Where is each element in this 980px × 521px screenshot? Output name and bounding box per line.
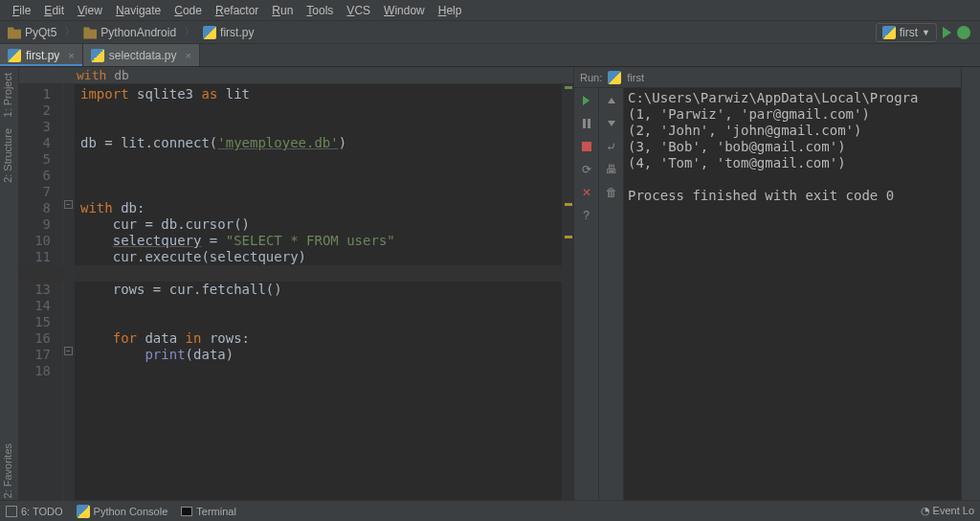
editor-tabs: first.py×selectdata.py× <box>0 44 980 67</box>
status-bar: 6: TODO Python Console Terminal ◔ Event … <box>0 500 980 521</box>
right-tool-rail[interactable] <box>961 67 980 500</box>
run-panel-header[interactable]: Run: first <box>574 67 961 88</box>
pause-button[interactable] <box>578 115 595 132</box>
python-icon <box>203 26 216 39</box>
python-icon <box>77 505 90 518</box>
rerun-button[interactable] <box>578 92 595 109</box>
close-run-button[interactable]: ✕ <box>578 184 595 201</box>
menu-code[interactable]: Code <box>167 2 209 19</box>
python-icon <box>91 49 104 62</box>
stripe-mark[interactable] <box>565 86 572 89</box>
print-button[interactable]: 🖶 <box>603 161 620 178</box>
editor-body[interactable]: 123456789101112131415161718 − − import s… <box>19 84 573 500</box>
stripe-mark[interactable] <box>565 203 572 206</box>
python-icon <box>882 26 896 39</box>
run-toolbar-primary: ⟳ ✕ ? <box>574 88 599 500</box>
clear-all-button[interactable]: 🗑 <box>603 184 620 201</box>
python-icon <box>608 71 621 84</box>
python-icon <box>8 49 21 62</box>
folder-icon <box>83 26 97 39</box>
folder-icon <box>8 26 21 39</box>
editor-tab[interactable]: first.py× <box>0 44 83 66</box>
menu-navigate[interactable]: Navigate <box>109 2 167 19</box>
menu-help[interactable]: Help <box>432 2 469 19</box>
soft-wrap-button[interactable]: ⤶ <box>603 138 620 155</box>
restart-button[interactable]: ⟳ <box>578 161 595 178</box>
breadcrumb-label: PythonAndroid <box>100 26 176 39</box>
close-tab-icon[interactable]: × <box>186 50 191 61</box>
context-info: with with dbdb <box>19 67 573 84</box>
breadcrumb-label: first.py <box>220 26 254 39</box>
project-tool-tab[interactable]: 1: Project <box>0 67 15 123</box>
fold-column[interactable]: − − <box>63 84 75 500</box>
editor: with with dbdb 1234567891011121314151617… <box>19 67 573 500</box>
favorites-tool-tab[interactable]: 2: Favorites <box>0 438 15 504</box>
menu-vcs[interactable]: VCS <box>340 2 377 19</box>
fold-toggle-icon[interactable]: − <box>64 200 73 209</box>
fold-toggle-icon[interactable]: − <box>64 347 73 355</box>
breadcrumb-label: PyQt5 <box>25 26 56 39</box>
run-button-icon[interactable] <box>943 27 951 38</box>
left-tool-rail[interactable]: 1: Project 2: Structure 2: Favorites <box>0 67 19 500</box>
help-button[interactable]: ? <box>578 207 595 224</box>
code-area[interactable]: import sqlite3 as litdb = lit.connect('m… <box>75 84 562 500</box>
menu-run[interactable]: Run <box>265 2 300 19</box>
run-panel-config: first <box>627 72 644 83</box>
python-console-button[interactable]: Python Console <box>77 505 168 518</box>
nav-bar: PyQt5〉PythonAndroid〉first.py first ▼ <box>0 21 980 44</box>
menu-refactor[interactable]: Refactor <box>209 2 265 19</box>
todo-tool-button[interactable]: 6: TODO <box>6 505 63 518</box>
event-log-button[interactable]: ◔ Event Lo <box>921 505 974 517</box>
stripe-mark[interactable] <box>565 236 572 238</box>
menu-tools[interactable]: Tools <box>300 2 340 19</box>
debug-button-icon[interactable] <box>957 26 970 39</box>
scroll-up-button[interactable] <box>603 92 620 109</box>
run-config-selector[interactable]: first ▼ <box>876 23 937 42</box>
terminal-button[interactable]: Terminal <box>181 505 236 518</box>
run-config-label: first <box>900 26 918 39</box>
scroll-down-button[interactable] <box>603 115 620 132</box>
close-tab-icon[interactable]: × <box>68 50 74 61</box>
menu-bar: FileEditViewNavigateCodeRefactorRunTools… <box>0 0 980 21</box>
error-stripe[interactable] <box>562 84 573 500</box>
editor-tab[interactable]: selectdata.py× <box>83 44 200 66</box>
breadcrumb-item[interactable]: PyQt5 <box>4 26 60 39</box>
terminal-icon <box>181 507 192 516</box>
menu-window[interactable]: Window <box>377 2 432 19</box>
breadcrumb-item[interactable]: PythonAndroid <box>79 26 180 39</box>
tab-label: selectdata.py <box>109 49 177 62</box>
run-panel-body: ⟳ ✕ ? ⤶ 🖶 🗑 C:\Users\Parwiz\AppData\Loca… <box>574 88 961 500</box>
stop-button[interactable] <box>578 138 595 155</box>
line-number-gutter[interactable]: 123456789101112131415161718 <box>19 84 63 500</box>
toolbar-right: first ▼ <box>876 23 976 42</box>
menu-edit[interactable]: Edit <box>37 2 71 19</box>
todo-icon <box>6 506 17 517</box>
structure-tool-tab[interactable]: 2: Structure <box>0 123 15 189</box>
run-panel-title: Run: <box>580 72 602 83</box>
tab-label: first.py <box>26 49 59 62</box>
breadcrumbs: PyQt5〉PythonAndroid〉first.py <box>4 24 257 40</box>
menu-view[interactable]: View <box>71 2 109 19</box>
run-toolbar-secondary: ⤶ 🖶 🗑 <box>599 88 624 500</box>
menu-file[interactable]: File <box>6 2 37 19</box>
main-area: 1: Project 2: Structure 2: Favorites wit… <box>0 67 980 500</box>
run-panel: Run: first ⟳ ✕ ? ⤶ 🖶 🗑 C:\Users\Parwiz\A… <box>573 67 961 500</box>
breadcrumb-item[interactable]: first.py <box>199 26 257 39</box>
console-output[interactable]: C:\Users\Parwiz\AppData\Local\Progra (1,… <box>624 88 961 500</box>
